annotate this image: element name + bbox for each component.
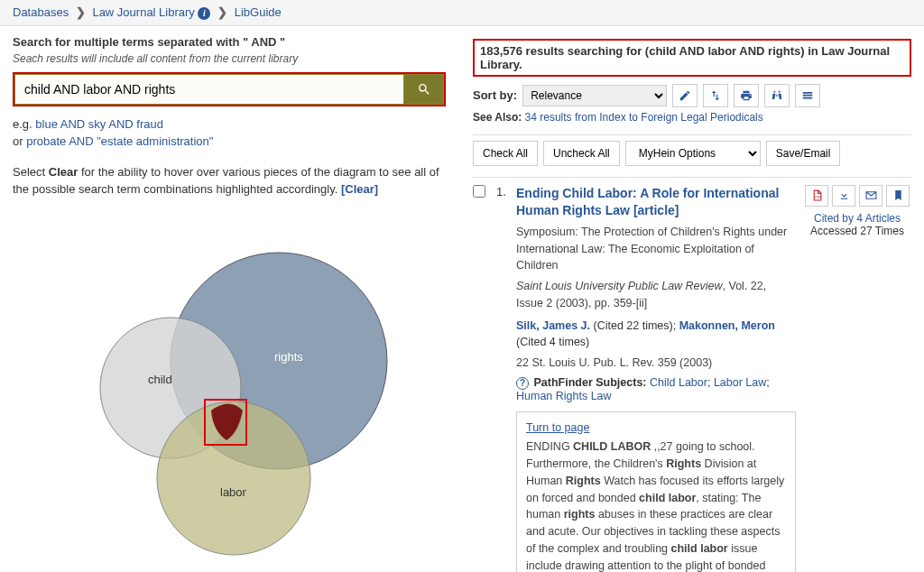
result-snippet: Turn to page ENDING CHILD LABOR ,,27 goi… [516, 411, 796, 573]
result-checkbox[interactable] [473, 185, 485, 198]
breadcrumb-databases[interactable]: Databases [13, 5, 69, 19]
venn-highlight-box [204, 399, 247, 446]
venn-diagram[interactable]: child rights labor [49, 226, 410, 568]
author-link[interactable]: Makonnen, Meron [679, 319, 775, 332]
chevron-right-icon: ❯ [76, 5, 86, 19]
search-examples: e.g. blue AND sky AND fraud or probate A… [13, 115, 446, 151]
sort-icon [709, 89, 722, 102]
save-email-button[interactable]: Save/Email [766, 141, 841, 166]
result-citation: 22 St. Louis U. Pub. L. Rev. 359 (2003) [516, 356, 796, 369]
breadcrumb-libguide[interactable]: LibGuide [235, 5, 282, 19]
chevron-right-icon: ❯ [217, 5, 227, 19]
search-box [13, 72, 446, 106]
pdf-button[interactable]: PDF [805, 185, 828, 207]
edit-search-button[interactable] [672, 84, 698, 107]
sort-button[interactable] [703, 84, 728, 107]
pathfinder-link[interactable]: Child Labor [650, 376, 707, 389]
view-toggle-button[interactable] [795, 84, 820, 107]
result-authors: Silk, James J. (Cited 22 times); Makonne… [516, 318, 796, 352]
result-symposium: Symposium: The Protection of Children's … [516, 224, 796, 274]
search-input[interactable] [14, 74, 404, 105]
result-summary: 183,576 results searching for (child AND… [473, 39, 911, 77]
turn-to-page-link[interactable]: Turn to page [526, 420, 786, 437]
binoculars-icon [771, 89, 783, 102]
pathfinder-link[interactable]: Labor Law [714, 376, 766, 389]
toolbar: Sort by: Relevance [473, 84, 911, 107]
venn-label-child: child [148, 373, 172, 386]
author-link[interactable]: Silk, James J. [516, 319, 590, 332]
bulk-actions: Check All Uncheck All MyHein Options Sav… [473, 141, 911, 166]
result-number: 1. [496, 185, 509, 572]
divider [473, 177, 911, 178]
cited-by-link[interactable]: Cited by 4 Articles [814, 212, 901, 225]
breadcrumb: Databases ❯ Law Journal Library i ❯ LibG… [0, 0, 924, 26]
pencil-icon [679, 89, 691, 102]
print-icon [740, 89, 753, 102]
instruct-text: Select Clear for the ability to hover ov… [13, 163, 446, 198]
bookmark-button[interactable] [886, 185, 910, 207]
check-all-button[interactable]: Check All [473, 141, 538, 166]
result-item: 1. Ending Child Labor: A Role for Intern… [473, 185, 911, 572]
search-icon [417, 82, 431, 97]
venn-label-labor: labor [220, 485, 247, 499]
uncheck-all-button[interactable]: Uncheck All [543, 141, 620, 166]
example-link-1[interactable]: blue AND sky AND fraud [35, 117, 163, 131]
bookmark-icon [892, 189, 904, 201]
print-button[interactable] [734, 84, 759, 107]
sortby-select[interactable]: Relevance [522, 85, 667, 106]
result-journal: Saint Louis University Public Law Review… [516, 278, 796, 312]
clear-link[interactable]: [Clear] [341, 182, 378, 196]
email-button[interactable] [859, 185, 882, 207]
envelope-icon [865, 189, 877, 201]
sortby-label: Sort by: [473, 88, 517, 102]
venn-label-rights: rights [274, 350, 303, 364]
pathfinder: ? PathFinder Subjects: Child Labor; Labo… [516, 376, 796, 402]
search-heading: Search for multiple terms separated with… [13, 35, 446, 49]
download-icon [838, 189, 850, 201]
see-also: See Also: 34 results from Index to Forei… [473, 111, 911, 124]
browse-button[interactable] [764, 84, 790, 107]
result-title-link[interactable]: Ending Child Labor: A Role for Internati… [516, 186, 779, 218]
list-view-icon [801, 89, 814, 102]
pathfinder-link[interactable]: Human Rights Law [516, 390, 612, 402]
breadcrumb-library[interactable]: Law Journal Library [92, 5, 194, 19]
svg-text:PDF: PDF [815, 196, 822, 199]
myhein-select[interactable]: MyHein Options [625, 141, 761, 166]
help-icon[interactable]: ? [516, 377, 529, 390]
example-link-2[interactable]: probate AND "estate administration" [26, 134, 213, 148]
download-button[interactable] [832, 185, 855, 207]
accessed-count: Accessed 27 Times [810, 225, 904, 237]
info-icon[interactable]: i [198, 7, 210, 20]
pdf-icon: PDF [811, 189, 823, 201]
divider [473, 134, 911, 135]
search-button[interactable] [404, 74, 444, 105]
see-also-link[interactable]: 34 results from Index to Foreign Legal P… [525, 111, 763, 124]
search-subtext: Seach results will include all content f… [13, 52, 446, 65]
